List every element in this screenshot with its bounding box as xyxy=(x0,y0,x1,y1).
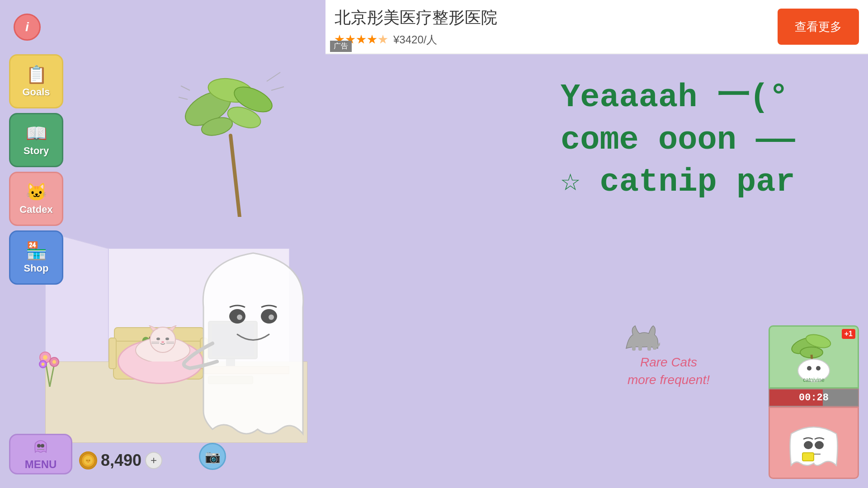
svg-point-4 xyxy=(156,338,160,340)
camera-icon: 📷 xyxy=(205,449,221,464)
svg-point-22 xyxy=(269,314,274,320)
ad-star-5 xyxy=(378,35,388,45)
catnip-plant xyxy=(176,54,303,217)
game-text-line1: Yeaaaah 一(° xyxy=(561,77,859,119)
story-label: Story xyxy=(24,145,49,157)
sofa-armrest-left xyxy=(108,338,117,369)
svg-point-50 xyxy=(807,366,811,371)
ad-subtitle: ¥3420/人 xyxy=(335,33,778,47)
ad-title: 北京彤美医疗整形医院 xyxy=(335,7,778,29)
svg-line-12 xyxy=(50,364,54,387)
svg-rect-42 xyxy=(638,345,642,351)
game-area: i 📋 Goals 📖 Story 🐱 Catdex 🏪 Shop xyxy=(0,0,868,488)
svg-rect-41 xyxy=(632,345,636,351)
svg-rect-44 xyxy=(653,344,656,350)
svg-line-23 xyxy=(231,136,240,217)
ad-content: 北京彤美医疗整形医院 ¥3420/人 xyxy=(335,7,778,47)
small-cat-silhouette xyxy=(624,324,660,352)
menu-button[interactable]: MENU xyxy=(9,434,72,474)
game-text: Yeaaaah 一(° come ooon —— ☆ catnip par xyxy=(552,68,868,213)
rare-cats-line1: Rare Cats xyxy=(627,353,710,371)
menu-ghost-icon xyxy=(32,438,50,458)
timer-text: 00:28 xyxy=(799,392,829,404)
ghost-card[interactable] xyxy=(769,407,859,479)
currency-display: 8,490 + xyxy=(79,451,162,470)
catdex-icon: 🐱 xyxy=(26,182,47,202)
svg-point-37 xyxy=(84,456,93,465)
svg-rect-43 xyxy=(647,345,651,351)
timer-bar: 00:28 xyxy=(769,389,859,407)
svg-point-18 xyxy=(42,363,45,366)
svg-line-30 xyxy=(179,97,188,99)
shop-icon: 🏪 xyxy=(26,241,47,261)
catnivine-card[interactable]: +1 catnivine xyxy=(769,325,859,389)
shop-label: Shop xyxy=(24,263,49,274)
story-button[interactable]: 📖 Story xyxy=(9,113,63,167)
ad-banner: 北京彤美医疗整形医院 ¥3420/人 查看更多 xyxy=(326,0,868,54)
currency-amount: 8,490 xyxy=(101,451,142,470)
ad-cta-button[interactable]: 查看更多 xyxy=(778,9,859,45)
goals-label: Goals xyxy=(22,86,50,98)
svg-point-38 xyxy=(86,460,88,461)
shop-button[interactable]: 🏪 Shop xyxy=(9,230,63,285)
flowers xyxy=(32,333,68,389)
svg-point-34 xyxy=(41,444,44,447)
svg-line-29 xyxy=(181,86,190,90)
svg-point-39 xyxy=(88,460,90,461)
sidebar: 📋 Goals 📖 Story 🐱 Catdex 🏪 Shop xyxy=(9,54,63,285)
info-button[interactable]: i xyxy=(14,14,41,41)
svg-point-17 xyxy=(52,360,56,364)
goals-button[interactable]: 📋 Goals xyxy=(9,54,63,108)
ad-star-4 xyxy=(367,35,377,45)
svg-point-51 xyxy=(816,366,821,371)
svg-point-21 xyxy=(237,314,242,320)
card-plus-badge: +1 xyxy=(842,329,855,339)
svg-point-53 xyxy=(804,441,813,449)
svg-point-6 xyxy=(161,341,164,343)
svg-line-32 xyxy=(271,87,284,90)
story-icon: 📖 xyxy=(26,123,47,143)
ghost-main xyxy=(167,217,339,461)
game-text-line3: ☆ catnip par xyxy=(561,161,859,204)
rare-cats-text: Rare Cats more frequent! xyxy=(627,353,710,389)
ad-tag: 广告 xyxy=(330,41,352,52)
goals-icon: 📋 xyxy=(26,65,47,84)
svg-point-16 xyxy=(43,355,47,360)
rare-cats-line2: more frequent! xyxy=(627,371,710,389)
svg-rect-56 xyxy=(802,453,814,461)
svg-point-54 xyxy=(815,441,824,449)
svg-point-40 xyxy=(87,461,89,463)
add-currency-button[interactable]: + xyxy=(145,452,162,469)
menu-label: MENU xyxy=(25,458,57,471)
ad-star-3 xyxy=(356,35,366,45)
catdex-button[interactable]: 🐱 Catdex xyxy=(9,172,63,226)
coin-icon xyxy=(79,451,97,469)
camera-button[interactable]: 📷 xyxy=(199,443,226,470)
bottom-right-cards: +1 catnivine 00:28 xyxy=(769,325,859,479)
svg-point-33 xyxy=(37,444,41,447)
svg-line-31 xyxy=(267,72,280,81)
ad-price: ¥3420/人 xyxy=(393,33,437,47)
info-icon: i xyxy=(25,20,29,34)
svg-text:catnivine: catnivine xyxy=(803,377,825,383)
game-text-line2: come ooon —— xyxy=(561,119,859,162)
catdex-label: Catdex xyxy=(19,204,52,216)
